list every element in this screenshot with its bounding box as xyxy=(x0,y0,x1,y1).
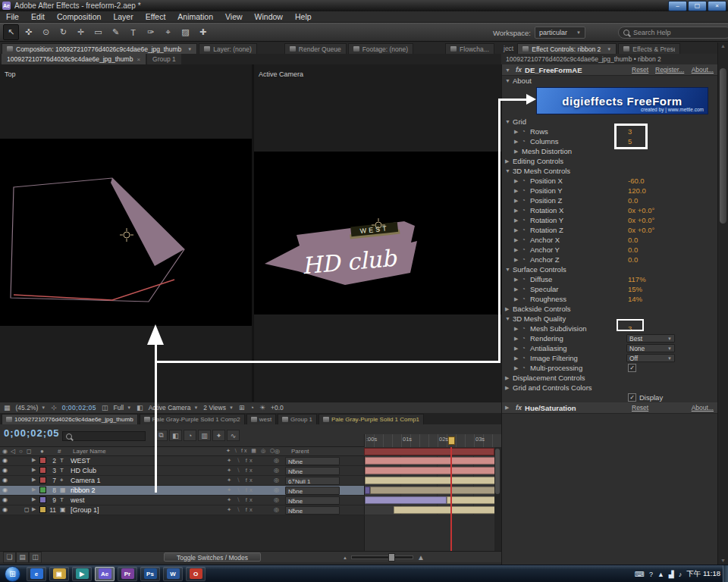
selection-tool[interactable]: ↖ xyxy=(3,24,19,40)
motion-blur-icon[interactable]: ✦ xyxy=(212,430,225,441)
layer-row-west[interactable]: ◉▶2TWEST✦ ⧵ fx◎None▼ xyxy=(0,456,501,466)
stopwatch-icon[interactable]: ◔ xyxy=(522,325,530,332)
reset-link[interactable]: Reset xyxy=(632,404,648,411)
stopwatch-icon[interactable]: ◔ xyxy=(522,138,530,145)
effect-header-hue-saturation[interactable]: ▶ fx Hue/Saturation Reset About... xyxy=(502,402,717,414)
value-rotation-x[interactable]: 0x +0.0° xyxy=(628,206,654,214)
grid-options-icon[interactable]: ▦ xyxy=(4,404,11,411)
twirl-icon[interactable]: ▶ xyxy=(514,336,522,342)
menu-animation[interactable]: Animation xyxy=(171,12,219,21)
twirl-icon[interactable]: ▶ xyxy=(514,188,522,194)
menu-view[interactable]: View xyxy=(219,12,249,21)
network-icon[interactable]: ▟ xyxy=(669,571,674,578)
layer-row-west[interactable]: ◉▶9Twest✦ ⧵ fx◎None▼ xyxy=(0,496,501,505)
layer-name[interactable]: WEST xyxy=(71,457,90,465)
search-help-input[interactable]: Search Help xyxy=(618,27,728,39)
parent-pickwhip-icon[interactable]: ◎ xyxy=(274,487,279,493)
layer-name[interactable]: ribbon 2 xyxy=(71,487,96,494)
layer-name[interactable]: west xyxy=(71,496,85,504)
taskbar-media-player[interactable]: ▶ xyxy=(72,567,92,581)
zoom-in-icon[interactable]: ▲ xyxy=(417,553,425,562)
layer-duration-bar[interactable] xyxy=(365,496,447,504)
fx-icon[interactable]: fx xyxy=(516,66,522,74)
stopwatch-icon[interactable]: ◔ xyxy=(522,296,530,302)
twirl-icon[interactable]: ▶ xyxy=(32,467,36,473)
layer-switches[interactable]: ✦ ⧵ fx xyxy=(227,496,255,504)
minimize-button[interactable]: – xyxy=(668,1,687,11)
shy-layers-icon[interactable]: ◔ xyxy=(184,430,196,441)
stopwatch-icon[interactable]: ◔ xyxy=(522,128,530,135)
twirl-icon[interactable]: ▶ xyxy=(514,149,522,155)
volume-icon[interactable]: ♪ xyxy=(679,571,682,578)
taskbar-photoshop[interactable]: Ps xyxy=(140,567,160,581)
menu-help[interactable]: Help xyxy=(289,12,318,21)
switches-pane-icon[interactable]: ◫ xyxy=(29,552,42,563)
transfer-controls-icon[interactable]: ▤ xyxy=(16,552,29,563)
region-of-interest-icon[interactable]: ⊞ xyxy=(239,404,245,411)
layer-duration-bar[interactable] xyxy=(370,487,494,494)
menu-layer[interactable]: Layer xyxy=(107,12,139,21)
time-ruler[interactable]: :00s01s02s03s xyxy=(364,434,501,447)
layer-duration-bar[interactable] xyxy=(365,477,494,484)
twirl-icon[interactable]: ▶ xyxy=(32,477,36,483)
about-link[interactable]: About... xyxy=(692,404,714,411)
zoom-out-icon[interactable]: ▲ xyxy=(343,555,347,560)
twirl-icon[interactable]: ▼ xyxy=(505,168,513,174)
magnification-select[interactable]: (45.2%)▼ xyxy=(16,404,46,411)
layer-duration-bar[interactable] xyxy=(394,506,494,514)
graph-editor-icon[interactable]: ∿ xyxy=(227,430,240,441)
twirl-icon[interactable]: ▶ xyxy=(514,346,522,352)
hand-tool[interactable]: ✜ xyxy=(20,24,36,40)
value-position-y[interactable]: 120.0 xyxy=(628,186,646,195)
exposure-icon[interactable]: ☀ xyxy=(259,404,265,411)
channels-icon[interactable]: ◧ xyxy=(136,404,143,411)
taskbar-internet-explorer[interactable]: e xyxy=(27,567,46,581)
scrollbar-thumb[interactable] xyxy=(720,68,726,224)
close-button[interactable]: × xyxy=(708,1,726,11)
value-position-z[interactable]: 0.0 xyxy=(628,196,638,205)
stopwatch-icon[interactable]: ◔ xyxy=(522,246,530,253)
timeline-tab-100927210776d4026c9c4dae6e-jpg-thumb[interactable]: 100927210776d4026c9c4dae6e_jpg_thumb xyxy=(2,414,138,424)
transparency-grid-icon[interactable]: ◔ xyxy=(249,404,253,411)
timeline-tab-pale-gray-purple-solid-1-comp1[interactable]: Pale Gray-Purple Solid 1 Comp1 xyxy=(318,414,424,424)
taskbar-premiere[interactable]: Pr xyxy=(118,567,137,581)
viewer-timecode[interactable]: 0;00;02;05 xyxy=(62,404,96,411)
viewer-active-camera[interactable]: Active Camera WEST HD club xyxy=(254,64,501,402)
stopwatch-icon[interactable]: ◔ xyxy=(522,197,530,204)
value-rotation-z[interactable]: 0x +0.0° xyxy=(628,226,654,234)
expand-in-out-icon[interactable]: ❏ xyxy=(3,552,16,563)
stopwatch-icon[interactable]: ◔ xyxy=(522,177,530,184)
menu-effect[interactable]: Effect xyxy=(140,12,172,21)
layer-switches[interactable]: ✦ ⧵ fx xyxy=(227,467,255,474)
dropdown-rendering[interactable]: Best▼ xyxy=(626,334,675,343)
parent-pickwhip-icon[interactable]: ◎ xyxy=(274,457,279,464)
about-link[interactable]: About... xyxy=(692,66,714,74)
twirl-icon[interactable]: ▶ xyxy=(514,286,522,293)
layer-track[interactable] xyxy=(364,466,494,476)
stopwatch-icon[interactable]: ◔ xyxy=(522,217,530,224)
parent-pickwhip-icon[interactable]: ◎ xyxy=(274,467,279,474)
twirl-icon[interactable]: ▶ xyxy=(505,158,513,164)
eye-icon[interactable]: ◉ xyxy=(2,496,8,503)
twirl-icon[interactable]: ▶ xyxy=(514,217,522,224)
brush-tool[interactable]: ✑ xyxy=(143,24,158,40)
tab-footage-none[interactable]: Footage: (none) xyxy=(348,43,413,54)
twirl-icon[interactable]: ▶ xyxy=(514,208,522,214)
stopwatch-icon[interactable]: ◔ xyxy=(522,256,530,263)
timeline-scrollbar[interactable] xyxy=(494,447,501,551)
stopwatch-icon[interactable]: ◔ xyxy=(522,207,530,214)
safe-margins-icon[interactable]: ⊹ xyxy=(51,404,57,411)
tab-project-clipped[interactable]: ject xyxy=(501,45,516,52)
menu-composition[interactable]: Composition xyxy=(51,12,107,21)
layer-row-ribbon-2[interactable]: ◉▶8▦ribbon 2✦ ⧵ fx◎None▼ xyxy=(0,486,501,496)
layer-track[interactable] xyxy=(364,505,494,515)
twirl-icon[interactable]: ▶ xyxy=(514,277,522,283)
parent-pickwhip-icon[interactable]: ◎ xyxy=(274,506,279,513)
maximize-button[interactable]: ▢ xyxy=(688,1,707,11)
resolution-select[interactable]: Full▼ xyxy=(113,404,131,411)
effect-header-freeform[interactable]: ▼ fx DE_FreeFormAE Reset Register... Abo… xyxy=(502,64,717,76)
stopwatch-icon[interactable]: ◔ xyxy=(522,365,530,371)
tab-composition-100927210776d4026c9c4dae[interactable]: Composition: 100927210776d4026c9c4dae6e_… xyxy=(2,43,197,54)
layer-row-camera-1[interactable]: ◉▶7⌖Camera 1✦ ⧵ fx◎6. Null 1▼ xyxy=(0,476,501,486)
eye-icon[interactable]: ◉ xyxy=(2,506,8,513)
